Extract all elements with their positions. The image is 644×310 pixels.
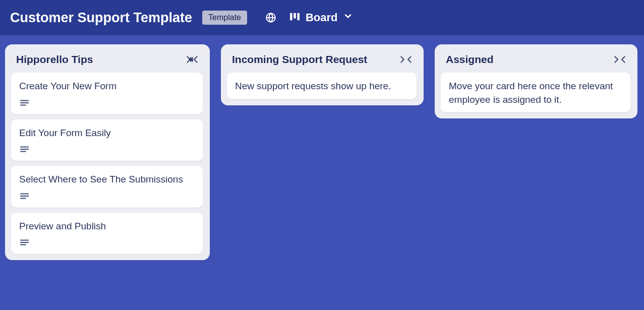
page-title: Customer Support Template xyxy=(10,10,192,26)
svg-rect-2 xyxy=(294,13,296,19)
svg-rect-1 xyxy=(290,13,292,20)
card-title: Select Where to See The Submissions xyxy=(19,173,195,187)
list-assigned: Assigned Move your card here once the re… xyxy=(435,44,637,118)
cards-container: Create Your New Form Edit Your Form Easi… xyxy=(9,73,206,256)
view-switch-button[interactable]: Board xyxy=(289,11,353,24)
card[interactable]: Move your card here once the relevant em… xyxy=(441,73,630,112)
card[interactable]: Edit Your Form Easily xyxy=(11,119,203,161)
view-switch-label: Board xyxy=(306,11,338,24)
card[interactable]: Select Where to See The Submissions xyxy=(11,166,203,208)
cards-container: New support requests show up here. xyxy=(225,73,420,101)
card[interactable]: New support requests show up here. xyxy=(227,73,417,99)
card[interactable]: Create Your New Form xyxy=(11,73,203,114)
globe-icon[interactable] xyxy=(265,12,276,23)
collapse-list-icon[interactable] xyxy=(613,55,626,64)
list-hipporello-tips: Hipporello Tips Create Your New Form xyxy=(5,44,210,260)
card-title: Create Your New Form xyxy=(19,80,195,93)
card-title: Move your card here once the relevant em… xyxy=(449,80,622,106)
card[interactable]: Preview and Publish xyxy=(11,213,203,255)
list-header: Incoming Support Request xyxy=(225,49,420,73)
list-title[interactable]: Incoming Support Request xyxy=(232,53,367,66)
card-title: Preview and Publish xyxy=(19,220,195,233)
list-title[interactable]: Assigned xyxy=(446,53,494,66)
card-title: New support requests show up here. xyxy=(235,80,408,93)
list-title[interactable]: Hipporello Tips xyxy=(16,53,93,66)
collapse-list-icon[interactable] xyxy=(399,55,413,64)
description-icon xyxy=(20,193,29,200)
board-header: Customer Support Template Template Board xyxy=(0,0,644,35)
board-area: Hipporello Tips Create Your New Form xyxy=(0,35,644,310)
list-header: Assigned xyxy=(439,49,633,73)
description-icon xyxy=(20,146,29,153)
card-title: Edit Your Form Easily xyxy=(19,127,195,140)
board-view-icon xyxy=(289,11,301,24)
list-incoming-support-request: Incoming Support Request New support req… xyxy=(221,44,424,105)
list-header: Hipporello Tips xyxy=(9,49,206,73)
chevron-down-icon xyxy=(343,11,353,24)
cards-container: Move your card here once the relevant em… xyxy=(439,73,633,114)
template-badge[interactable]: Template xyxy=(202,11,247,25)
svg-rect-3 xyxy=(297,13,300,20)
description-icon xyxy=(20,239,29,246)
collapse-list-icon[interactable] xyxy=(186,55,199,64)
description-icon xyxy=(20,99,29,106)
